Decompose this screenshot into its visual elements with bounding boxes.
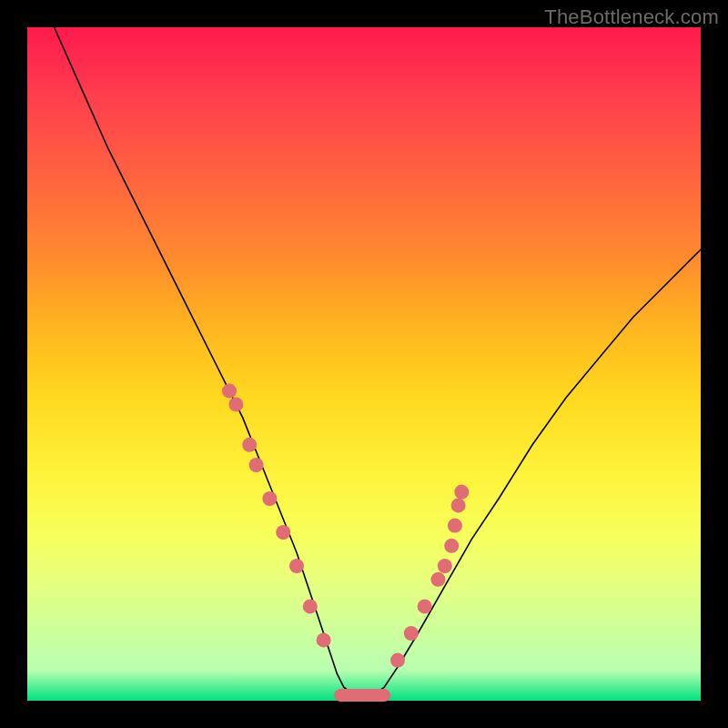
data-marker [418, 599, 432, 613]
data-marker [262, 491, 277, 506]
chart-svg [27, 27, 701, 701]
data-marker [303, 599, 318, 613]
data-marker [317, 632, 331, 647]
data-marker [228, 397, 243, 411]
data-marker [276, 525, 290, 540]
data-marker [451, 498, 466, 512]
data-marker [242, 438, 257, 452]
data-marker [444, 539, 459, 553]
data-marker [390, 653, 405, 668]
data-marker [404, 626, 419, 641]
data-marker [448, 519, 462, 533]
attribution-label: TheBottleneck.com [544, 5, 719, 29]
marker-group-right [390, 485, 469, 668]
data-marker [454, 485, 469, 500]
bottleneck-curve [55, 27, 701, 697]
data-marker [289, 559, 304, 573]
marker-group-left [222, 384, 331, 648]
data-marker [249, 458, 264, 472]
data-marker [222, 384, 237, 399]
data-marker [438, 559, 452, 573]
data-marker [430, 572, 445, 587]
